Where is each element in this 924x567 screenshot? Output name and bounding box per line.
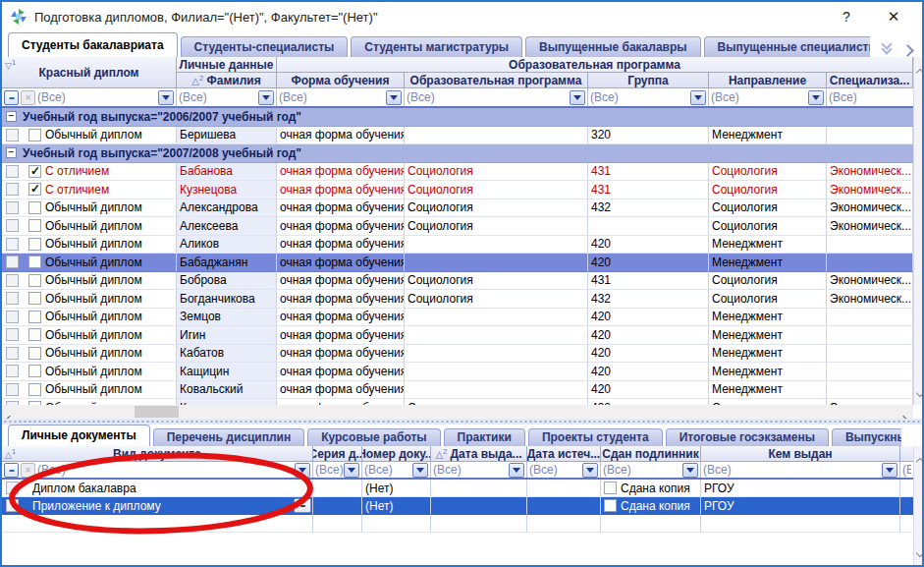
- filter-clear-icon[interactable]: [21, 90, 35, 105]
- diploma-checkbox[interactable]: [28, 183, 41, 196]
- student-row[interactable]: Обычный дипломАлексееваочная форма обуче…: [2, 217, 913, 236]
- diploma-checkbox[interactable]: [28, 292, 41, 305]
- row-select-checkbox[interactable]: [6, 311, 19, 323]
- student-row[interactable]: Обычный дипломКовальскийочная форма обуч…: [2, 381, 913, 400]
- student-row[interactable]: Обычный дипломАликовочная форма обучения…: [2, 236, 913, 255]
- filter-original[interactable]: (Все): [601, 462, 701, 478]
- scroll-down-icon[interactable]: [917, 382, 923, 400]
- filter-dropdown-icon[interactable]: [808, 90, 824, 105]
- filter-dropdown-icon[interactable]: [295, 463, 310, 478]
- row-select-checkbox[interactable]: [6, 274, 19, 287]
- copy-submitted-checkbox[interactable]: [604, 482, 617, 494]
- filter-dropdown-icon[interactable]: [509, 463, 524, 478]
- scroll-down-icon[interactable]: [917, 542, 923, 560]
- close-button[interactable]: ✕: [879, 6, 908, 28]
- collapse-icon[interactable]: −: [6, 147, 17, 158]
- document-tab[interactable]: Личные документы: [8, 425, 150, 446]
- tab-overflow-icon[interactable]: [883, 40, 891, 50]
- document-tab[interactable]: Проекты студента: [528, 428, 663, 446]
- filter-clear-icon[interactable]: [21, 463, 35, 478]
- filter-ellipsis-button[interactable]: [4, 463, 19, 478]
- help-button[interactable]: ?: [832, 6, 861, 28]
- filter-dropdown-icon[interactable]: [344, 463, 359, 478]
- filter-edu-program[interactable]: (Все): [405, 88, 588, 106]
- diploma-checkbox[interactable]: [28, 328, 41, 341]
- scrollbar-thumb[interactable]: [135, 406, 179, 418]
- student-row[interactable]: С отличиемКузнецоваочная форма обученияС…: [2, 181, 913, 199]
- row-select-checkbox[interactable]: [6, 347, 19, 360]
- scroll-up-icon[interactable]: [917, 62, 923, 80]
- filter-group[interactable]: (Все): [588, 88, 709, 106]
- diploma-checkbox[interactable]: [28, 201, 41, 214]
- filter-dropdown-icon[interactable]: [412, 463, 428, 478]
- copy-submitted-checkbox[interactable]: [604, 499, 617, 512]
- column-header-direction[interactable]: Направление: [709, 73, 827, 88]
- upper-vertical-scrollbar[interactable]: [913, 57, 924, 405]
- student-row[interactable]: Обычный дипломКабатовочная форма обучени…: [2, 345, 913, 364]
- filter-issuer[interactable]: (Все): [701, 462, 900, 478]
- student-row[interactable]: Обычный дипломАлександроваочная форма об…: [2, 199, 913, 218]
- main-tab[interactable]: Студенты магистратуры: [351, 36, 522, 57]
- row-select-checkbox[interactable]: [6, 201, 19, 214]
- column-header-number[interactable]: Номер доку...: [362, 446, 431, 462]
- row-select-checkbox[interactable]: [6, 183, 19, 196]
- column-header-group[interactable]: Группа: [588, 73, 709, 88]
- filter-doc-type[interactable]: (Все): [2, 462, 313, 478]
- column-header-original[interactable]: Сдан подлинник: [601, 446, 701, 462]
- row-select-checkbox[interactable]: [6, 365, 19, 377]
- column-header-issue-date[interactable]: △2 Дата выда...: [431, 446, 527, 462]
- filter-dropdown-icon[interactable]: [690, 90, 706, 105]
- diploma-checkbox[interactable]: [28, 365, 41, 377]
- filter-dropdown-icon[interactable]: [682, 463, 698, 478]
- scroll-up-icon[interactable]: [917, 451, 923, 469]
- column-header-red-diploma[interactable]: ▽1 Красный диплом: [2, 57, 177, 88]
- collapse-icon[interactable]: −: [6, 111, 17, 122]
- student-row[interactable]: С отличиемБабановаочная форма обученияСо…: [2, 163, 913, 182]
- student-row[interactable]: Обычный дипломЗемцовочная форма обучения…: [2, 309, 913, 327]
- group-row[interactable]: −Учебный год выпуска="2006/2007 учебный …: [2, 108, 913, 127]
- diploma-checkbox[interactable]: [28, 274, 41, 287]
- document-row[interactable]: Диплом бакалавра(Нет)Сдана копияРГОУ: [2, 480, 913, 497]
- filter-dropdown-icon[interactable]: [386, 90, 402, 105]
- student-row[interactable]: Обычный дипломКащициночная форма обучени…: [2, 363, 913, 381]
- student-row[interactable]: Обычный дипломБогданчиковаочная форма об…: [2, 290, 913, 309]
- row-select-checkbox[interactable]: [6, 129, 19, 142]
- diploma-checkbox[interactable]: [28, 311, 41, 323]
- student-row[interactable]: Обычный дипломБеришеваочная форма обучен…: [2, 127, 913, 145]
- filter-dropdown-icon[interactable]: [882, 463, 897, 478]
- column-header-doc-type[interactable]: △1 Вид документа: [2, 446, 313, 462]
- student-row[interactable]: Обычный дипломИгиночная форма обучения42…: [2, 326, 913, 345]
- row-select-checkbox[interactable]: [6, 383, 19, 396]
- filter-dropdown-icon[interactable]: [158, 90, 174, 105]
- filter-dropdown-icon[interactable]: [582, 463, 598, 478]
- column-header-surname[interactable]: △2 Фамилия: [177, 73, 277, 88]
- main-tab[interactable]: Студенты-специалисты: [181, 36, 349, 57]
- student-row[interactable]: Обычный дипломБоброваочная форма обучени…: [2, 272, 913, 291]
- filter-dropdown-icon[interactable]: [258, 90, 274, 105]
- main-tab[interactable]: Выпущенные специалисты: [704, 36, 870, 57]
- row-select-checkbox[interactable]: [6, 499, 19, 512]
- row-select-checkbox[interactable]: [6, 292, 19, 305]
- row-select-checkbox[interactable]: [6, 255, 19, 268]
- diploma-checkbox[interactable]: [28, 347, 41, 360]
- document-tab[interactable]: Практики: [444, 428, 525, 446]
- row-select-checkbox[interactable]: [6, 238, 19, 251]
- document-row[interactable]: Приложение к диплому(Нет)Сдана копияРГОУ: [2, 497, 913, 515]
- row-select-checkbox[interactable]: [6, 219, 19, 232]
- filter-specialization[interactable]: (Все): [827, 88, 913, 106]
- row-select-checkbox[interactable]: [6, 328, 19, 341]
- filter-study-form[interactable]: (Все): [277, 88, 405, 106]
- ellipsis-button[interactable]: [294, 498, 311, 513]
- diploma-checkbox[interactable]: [28, 165, 41, 178]
- diploma-checkbox[interactable]: [28, 383, 41, 396]
- column-header-specialization[interactable]: Специализа...: [827, 73, 913, 88]
- main-tab[interactable]: Выпущенные бакалавры: [525, 36, 700, 57]
- filter-number[interactable]: (Все): [362, 462, 431, 478]
- group-row[interactable]: −Учебный год выпуска="2007/2008 учебный …: [2, 144, 913, 163]
- filter-dropdown-icon[interactable]: [570, 90, 585, 105]
- document-tab[interactable]: Итоговые госэкзамены: [666, 428, 829, 446]
- filter-red-diploma[interactable]: (Все): [2, 88, 177, 106]
- column-header-edu-program[interactable]: Образовательная программа: [405, 73, 588, 88]
- student-row[interactable]: Обычный дипломБабаджаняночная форма обуч…: [2, 254, 913, 272]
- horizontal-scrollbar[interactable]: [2, 405, 913, 419]
